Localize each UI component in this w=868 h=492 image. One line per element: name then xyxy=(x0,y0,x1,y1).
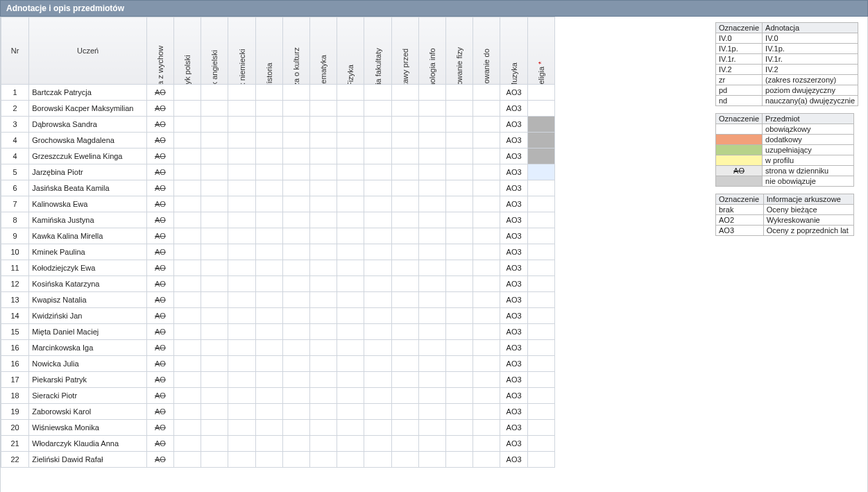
col-subject-header[interactable]: Zajęcia fakultaty xyxy=(364,17,391,85)
cell-subject[interactable] xyxy=(201,149,228,164)
cell-subject[interactable] xyxy=(364,101,391,117)
cell-subject[interactable] xyxy=(418,196,445,212)
cell-subject[interactable] xyxy=(310,212,337,228)
cell-subject[interactable] xyxy=(255,356,282,372)
cell-subject[interactable] xyxy=(527,180,554,196)
cell-subject[interactable] xyxy=(201,180,228,196)
cell-subject[interactable] xyxy=(228,228,255,244)
cell-subject[interactable] xyxy=(201,196,228,212)
cell-subject[interactable] xyxy=(391,276,418,292)
col-subject-header[interactable]: Język angielski xyxy=(201,17,228,85)
cell-subject[interactable] xyxy=(228,85,255,101)
cell-subject[interactable] xyxy=(364,212,391,228)
cell-subject[interactable] xyxy=(364,180,391,196)
table-row[interactable]: 7Kalinowska EwaAOAO3 xyxy=(1,196,555,212)
cell-subject[interactable] xyxy=(418,420,445,436)
cell-subject[interactable]: AO3 xyxy=(500,196,527,212)
cell-subject[interactable]: AO3 xyxy=(500,117,527,133)
cell-subject[interactable] xyxy=(446,196,473,212)
cell-subject[interactable] xyxy=(473,420,500,436)
cell-subject[interactable]: AO xyxy=(146,117,173,133)
cell-subject[interactable] xyxy=(310,85,337,101)
col-subject-header[interactable]: Zajęcia z wychow xyxy=(146,17,173,85)
cell-subject[interactable] xyxy=(228,388,255,404)
table-row[interactable]: 22Zieliński Dawid RafałAOAO3 xyxy=(1,452,555,468)
cell-subject[interactable] xyxy=(310,101,337,117)
cell-subject[interactable] xyxy=(282,260,309,276)
col-subject-header[interactable]: Historia xyxy=(255,17,282,85)
cell-subject[interactable] xyxy=(527,436,554,452)
cell-subject[interactable] xyxy=(473,133,500,149)
cell-subject[interactable] xyxy=(310,324,337,340)
cell-subject[interactable]: AO3 xyxy=(500,164,527,180)
cell-subject[interactable]: AO3 xyxy=(500,452,527,468)
cell-subject[interactable]: AO3 xyxy=(500,149,527,164)
cell-subject[interactable] xyxy=(418,117,445,133)
cell-subject[interactable] xyxy=(418,260,445,276)
cell-subject[interactable] xyxy=(255,324,282,340)
cell-subject[interactable] xyxy=(228,276,255,292)
cell-subject[interactable] xyxy=(473,196,500,212)
cell-subject[interactable] xyxy=(391,180,418,196)
cell-subject[interactable]: AO3 xyxy=(500,420,527,436)
col-subject-header[interactable]: Religia * xyxy=(527,17,554,85)
cell-subject[interactable] xyxy=(282,196,309,212)
cell-subject[interactable] xyxy=(310,340,337,356)
cell-subject[interactable] xyxy=(527,85,554,101)
cell-subject[interactable] xyxy=(391,340,418,356)
cell-subject[interactable] xyxy=(201,260,228,276)
cell-subject[interactable]: AO3 xyxy=(500,292,527,308)
cell-subject[interactable] xyxy=(310,372,337,388)
cell-subject[interactable] xyxy=(282,436,309,452)
cell-subject[interactable] xyxy=(446,452,473,468)
cell-subject[interactable] xyxy=(473,388,500,404)
cell-subject[interactable]: AO3 xyxy=(500,212,527,228)
cell-subject[interactable] xyxy=(337,436,364,452)
cell-subject[interactable] xyxy=(418,356,445,372)
cell-subject[interactable] xyxy=(391,133,418,149)
cell-subject[interactable] xyxy=(228,244,255,260)
cell-subject[interactable]: AO xyxy=(146,356,173,372)
cell-subject[interactable]: AO3 xyxy=(500,180,527,196)
cell-subject[interactable] xyxy=(418,180,445,196)
cell-subject[interactable] xyxy=(255,212,282,228)
cell-subject[interactable] xyxy=(282,356,309,372)
cell-subject[interactable] xyxy=(527,324,554,340)
cell-subject[interactable] xyxy=(174,356,201,372)
cell-subject[interactable] xyxy=(418,101,445,117)
cell-subject[interactable] xyxy=(391,260,418,276)
cell-subject[interactable] xyxy=(201,133,228,149)
col-subject-header[interactable]: Język niemiecki xyxy=(228,17,255,85)
cell-subject[interactable] xyxy=(418,436,445,452)
cell-subject[interactable] xyxy=(364,420,391,436)
cell-subject[interactable]: AO xyxy=(146,452,173,468)
cell-subject[interactable] xyxy=(527,196,554,212)
cell-subject[interactable]: AO3 xyxy=(500,276,527,292)
cell-subject[interactable] xyxy=(527,308,554,324)
cell-subject[interactable]: AO xyxy=(146,436,173,452)
cell-subject[interactable] xyxy=(228,324,255,340)
cell-subject[interactable] xyxy=(364,228,391,244)
cell-subject[interactable] xyxy=(473,164,500,180)
col-subject-header[interactable]: Matematyka xyxy=(310,17,337,85)
cell-subject[interactable] xyxy=(310,388,337,404)
cell-subject[interactable] xyxy=(418,324,445,340)
cell-subject[interactable]: AO xyxy=(146,244,173,260)
cell-subject[interactable] xyxy=(310,117,337,133)
cell-subject[interactable] xyxy=(282,324,309,340)
cell-subject[interactable] xyxy=(364,133,391,149)
table-row[interactable]: 16Nowicka JuliaAOAO3 xyxy=(1,356,555,372)
cell-subject[interactable] xyxy=(255,372,282,388)
cell-subject[interactable] xyxy=(446,436,473,452)
cell-subject[interactable] xyxy=(391,452,418,468)
cell-subject[interactable] xyxy=(527,133,554,149)
cell-subject[interactable] xyxy=(174,404,201,420)
cell-subject[interactable] xyxy=(473,85,500,101)
cell-subject[interactable] xyxy=(174,436,201,452)
table-row[interactable]: 1Bartczak PatrycjaAOAO3 xyxy=(1,85,555,101)
cell-subject[interactable] xyxy=(364,308,391,324)
cell-subject[interactable] xyxy=(473,260,500,276)
cell-subject[interactable] xyxy=(473,324,500,340)
cell-subject[interactable] xyxy=(255,276,282,292)
cell-subject[interactable] xyxy=(282,85,309,101)
